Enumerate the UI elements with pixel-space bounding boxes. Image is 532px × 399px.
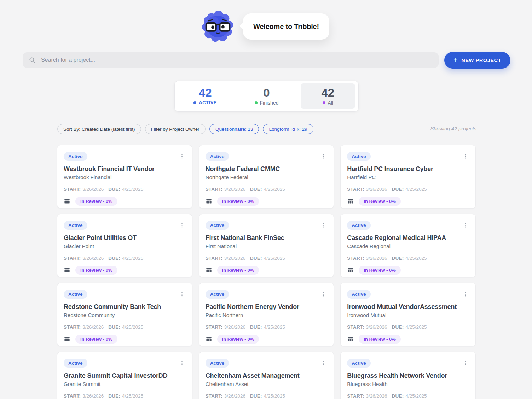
status-badge: Active (206, 152, 229, 161)
project-subtitle: Ironwood Mutual (347, 312, 469, 318)
sort-by-chip[interactable]: Sort By: Created Date (latest first) (57, 124, 141, 134)
card-footer: In Review • 0% (64, 266, 186, 275)
project-subtitle: Pacific Northern (206, 312, 328, 318)
stats-card: 42 ACTIVE 0 Finished 42 All (174, 81, 359, 112)
filter-owner-chip[interactable]: Filter by Project Owner (145, 124, 206, 134)
kebab-menu-icon[interactable] (462, 359, 469, 367)
project-card[interactable]: Active Cascade Regional Medical HIPAA Ca… (340, 214, 476, 277)
review-progress-pill: In Review • 0% (75, 197, 117, 206)
kebab-menu-icon[interactable] (320, 222, 327, 229)
project-title: Bluegrass Health Network Vendor (347, 372, 469, 380)
due-label: DUE: (108, 187, 120, 192)
project-card[interactable]: Active Westbrook Financial IT Vendor Wes… (57, 145, 192, 209)
status-badge: Active (64, 290, 87, 299)
project-card[interactable]: Active Hartfield PC Insurance Cyber Hart… (340, 145, 476, 209)
table-icon (347, 198, 354, 205)
project-subtitle: Cheltenham Asset (206, 381, 328, 387)
project-dates: START: 3/26/2026 DUE: 4/25/2025 (64, 324, 186, 330)
start-label: START: (206, 256, 222, 261)
start-label: START: (206, 324, 222, 330)
kebab-menu-icon[interactable] (178, 359, 186, 367)
project-card[interactable]: Active Northgate Federal CMMC Northgate … (199, 145, 334, 209)
project-title: Hartfield PC Insurance Cyber (347, 165, 469, 173)
project-dates: START: 3/26/2026 DUE: 4/25/2025 (206, 187, 328, 192)
table-icon (64, 267, 70, 274)
start-date: 3/26/2026 (366, 187, 387, 192)
stat-active[interactable]: 42 ACTIVE (175, 81, 236, 111)
due-date: 4/25/2025 (264, 256, 285, 261)
start-label: START: (64, 256, 81, 261)
kebab-menu-icon[interactable] (320, 291, 327, 298)
card-header: Active (347, 359, 469, 368)
review-progress-pill: In Review • 0% (359, 197, 401, 206)
project-card[interactable]: Active Bluegrass Health Network Vendor B… (340, 352, 476, 399)
project-subtitle: Cascade Regional (347, 243, 469, 249)
project-dates: START: 3/26/2026 DUE: 4/25/2025 (347, 256, 469, 261)
table-icon (206, 198, 212, 205)
review-progress-pill: In Review • 0% (359, 266, 401, 275)
search-input[interactable] (40, 57, 433, 64)
start-date: 3/26/2026 (224, 256, 245, 261)
kebab-menu-icon[interactable] (320, 359, 327, 367)
finished-dot-icon (255, 101, 258, 104)
start-date: 3/26/2026 (366, 256, 387, 261)
filter-chip-row: Sort By: Created Date (latest first) Fil… (57, 124, 313, 134)
project-dates: START: 3/26/2026 DUE: 4/25/2025 (206, 393, 328, 399)
project-dates: START: 3/26/2026 DUE: 4/25/2025 (347, 324, 469, 330)
kebab-menu-icon[interactable] (462, 291, 469, 298)
questionnaire-chip[interactable]: Questionnaire: 13 (209, 124, 259, 134)
table-icon (347, 336, 354, 342)
due-date: 4/25/2025 (122, 324, 143, 330)
new-project-button[interactable]: + NEW PROJECT (444, 52, 510, 69)
due-label: DUE: (250, 324, 262, 330)
start-label: START: (347, 393, 364, 399)
review-progress-pill: In Review • 0% (359, 335, 401, 344)
due-date: 4/25/2025 (264, 187, 285, 192)
card-header: Active (206, 152, 328, 161)
project-card[interactable]: Active Ironwood Mutual VendorAssessment … (340, 283, 476, 346)
due-date: 4/25/2025 (122, 393, 143, 399)
project-title: Redstone Community Bank Tech (64, 303, 186, 311)
project-card[interactable]: Active Pacific Northern Energy Vendor Pa… (199, 283, 334, 346)
start-label: START: (347, 324, 364, 330)
kebab-menu-icon[interactable] (178, 222, 186, 229)
new-project-label: NEW PROJECT (461, 58, 501, 63)
start-label: START: (206, 393, 222, 399)
project-subtitle: Westbrook Financial (64, 174, 186, 180)
longform-rfx-chip[interactable]: Longform RFx: 29 (263, 124, 313, 134)
project-title: First National Bank FinSec (206, 234, 328, 242)
review-progress-pill: In Review • 0% (217, 266, 259, 275)
project-card[interactable]: Active First National Bank FinSec First … (199, 214, 334, 277)
stat-finished[interactable]: 0 Finished (236, 81, 297, 111)
table-icon (64, 336, 70, 342)
kebab-menu-icon[interactable] (178, 153, 186, 160)
project-title: Granite Summit Capital InvestorDD (64, 372, 186, 380)
project-subtitle: First National (206, 243, 328, 249)
project-card[interactable]: Active Granite Summit Capital InvestorDD… (57, 352, 192, 399)
kebab-menu-icon[interactable] (320, 153, 327, 160)
stat-finished-value: 0 (263, 87, 270, 99)
status-badge: Active (64, 221, 87, 230)
project-subtitle: Redstone Community (64, 312, 186, 318)
start-label: START: (347, 187, 364, 192)
project-subtitle: Northgate Federal (206, 174, 328, 180)
kebab-menu-icon[interactable] (178, 291, 186, 298)
due-date: 4/25/2025 (122, 187, 143, 192)
project-card[interactable]: Active Cheltenham Asset Management Chelt… (199, 352, 334, 399)
project-card[interactable]: Active Redstone Community Bank Tech Reds… (57, 283, 192, 346)
active-dot-icon (193, 101, 196, 104)
due-date: 4/25/2025 (264, 324, 285, 330)
card-footer: In Review • 0% (347, 335, 469, 344)
project-card[interactable]: Active Glacier Point Utilities OT Glacie… (57, 214, 192, 277)
all-dot-icon (323, 101, 325, 104)
search-bar (23, 52, 439, 68)
status-badge: Active (206, 290, 229, 299)
kebab-menu-icon[interactable] (462, 222, 469, 229)
kebab-menu-icon[interactable] (462, 153, 469, 160)
card-header: Active (64, 290, 186, 299)
stat-all[interactable]: 42 All (297, 81, 358, 111)
plus-icon: + (453, 57, 458, 64)
stat-finished-label-row: Finished (255, 100, 279, 106)
due-label: DUE: (108, 256, 120, 261)
due-label: DUE: (250, 187, 262, 192)
